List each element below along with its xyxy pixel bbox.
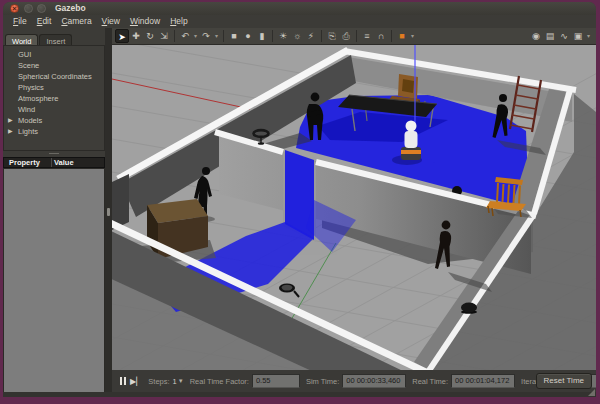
redo-button[interactable]: ↷ xyxy=(199,29,213,43)
tree-item-physics[interactable]: Physics xyxy=(4,82,104,93)
copy-button[interactable]: ⎘ xyxy=(325,29,339,43)
point-light-button[interactable]: ☀ xyxy=(276,29,290,43)
window-title: Gazebo xyxy=(55,3,86,13)
panel-tab-bar: WorldInsertLayers xyxy=(5,30,105,44)
plot-icon[interactable]: ∿ xyxy=(557,29,571,43)
toolbar-separator xyxy=(174,30,175,42)
undo-button[interactable]: ↶ xyxy=(178,29,192,43)
menu-edit[interactable]: Edit xyxy=(37,15,52,28)
left-panel: WorldInsertLayers GUISceneSpherical Coor… xyxy=(3,28,105,397)
window-bottom-margin xyxy=(3,392,596,397)
real-time-label: Real Time: xyxy=(412,377,448,386)
screenshot-icon[interactable]: ◉ xyxy=(529,29,543,43)
steps-value[interactable]: 1 xyxy=(173,377,177,386)
vertical-splitter[interactable] xyxy=(105,28,112,397)
translate-tool[interactable]: ✚ xyxy=(129,29,143,43)
gazebo-window: ✕ Gazebo FileEditCameraViewWindowHelp Wo… xyxy=(3,2,596,397)
tree-item-lights[interactable]: ▶Lights xyxy=(4,126,104,137)
sim-time-value: 00 00:00:33,460 xyxy=(342,374,406,388)
directional-light-button[interactable]: ⚡ xyxy=(304,29,318,43)
sim-time-label: Sim Time: xyxy=(306,377,339,386)
splitter-handle-icon xyxy=(107,208,110,216)
dome-object[interactable] xyxy=(461,303,477,314)
value-column-header: Value xyxy=(54,158,74,167)
insert-cylinder-button[interactable]: ▮ xyxy=(255,29,269,43)
property-table-header: Property Value xyxy=(3,157,105,168)
toolbar-separator xyxy=(223,30,224,42)
step-button[interactable]: ▶▏ xyxy=(130,377,142,386)
align-button[interactable]: ≡ xyxy=(360,29,374,43)
toolbar-separator xyxy=(321,30,322,42)
menu-camera[interactable]: Camera xyxy=(61,15,91,28)
redo-history-dropdown[interactable]: ▾ xyxy=(213,29,220,43)
toolbar-separator xyxy=(272,30,273,42)
insert-sphere-button[interactable]: ● xyxy=(241,29,255,43)
tree-item-spherical-coordinates[interactable]: Spherical Coordinates xyxy=(4,71,104,82)
tree-item-atmosphere[interactable]: Atmosphere xyxy=(4,93,104,104)
tree-item-wind[interactable]: Wind xyxy=(4,104,104,115)
video-record-icon[interactable]: ▣ xyxy=(571,29,585,43)
status-bar: ▶▏ Steps: 1 ▼ Real Time Factor:0.55Sim T… xyxy=(112,370,596,392)
log-record-icon[interactable]: ▤ xyxy=(543,29,557,43)
select-tool[interactable]: ➤ xyxy=(115,29,129,43)
real-time-factor-value: 0.55 xyxy=(252,374,300,388)
property-column-header: Property xyxy=(9,158,40,167)
real-time-factor-label: Real Time Factor: xyxy=(190,377,249,386)
menu-view[interactable]: View xyxy=(102,15,120,28)
paste-button[interactable]: ⎙ xyxy=(339,29,353,43)
menu-bar: FileEditCameraViewWindowHelp xyxy=(3,15,596,28)
pause-button[interactable] xyxy=(120,377,126,385)
close-button[interactable]: ✕ xyxy=(10,4,19,13)
insert-box-button[interactable]: ■ xyxy=(227,29,241,43)
steps-label: Steps: xyxy=(148,377,169,386)
3d-viewport[interactable] xyxy=(112,45,596,370)
toolbar-separator xyxy=(356,30,357,42)
view-angle-button[interactable]: ■ xyxy=(395,29,409,43)
view-angle-dropdown[interactable]: ▾ xyxy=(409,29,416,43)
column-divider[interactable] xyxy=(51,158,52,167)
menu-window[interactable]: Window xyxy=(130,15,160,28)
video-record-dropdown[interactable]: ▾ xyxy=(585,29,592,43)
tree-item-models[interactable]: ▶Models xyxy=(4,115,104,126)
reset-time-button[interactable]: Reset Time xyxy=(536,373,592,389)
tree-item-gui[interactable]: GUI xyxy=(4,49,104,60)
resize-grip[interactable] xyxy=(588,389,595,396)
snap-button[interactable]: ∩ xyxy=(374,29,388,43)
minimize-button[interactable] xyxy=(24,4,33,13)
world-tree: GUISceneSpherical CoordinatesPhysicsAtmo… xyxy=(3,45,105,151)
scale-tool[interactable]: ⇲ xyxy=(157,29,171,43)
expand-arrow-icon[interactable]: ▶ xyxy=(8,126,13,137)
menu-help[interactable]: Help xyxy=(170,15,187,28)
render-toolbar: ➤✚↻⇲↶▾↷▾■●▮☀☼⚡⎘⎙≡∩■▾◉▤∿▣▾ xyxy=(112,28,596,45)
maximize-button[interactable] xyxy=(37,4,46,13)
spot-light-button[interactable]: ☼ xyxy=(290,29,304,43)
rotate-tool[interactable]: ↻ xyxy=(143,29,157,43)
real-time-value: 00 00:01:04,172 xyxy=(451,374,515,388)
titlebar[interactable]: ✕ Gazebo xyxy=(3,2,596,16)
toolbar-separator xyxy=(391,30,392,42)
menu-file[interactable]: File xyxy=(13,15,27,28)
expand-arrow-icon[interactable]: ▶ xyxy=(8,115,13,126)
property-table-body[interactable] xyxy=(3,168,105,394)
undo-history-dropdown[interactable]: ▾ xyxy=(192,29,199,43)
tree-item-scene[interactable]: Scene xyxy=(4,60,104,71)
